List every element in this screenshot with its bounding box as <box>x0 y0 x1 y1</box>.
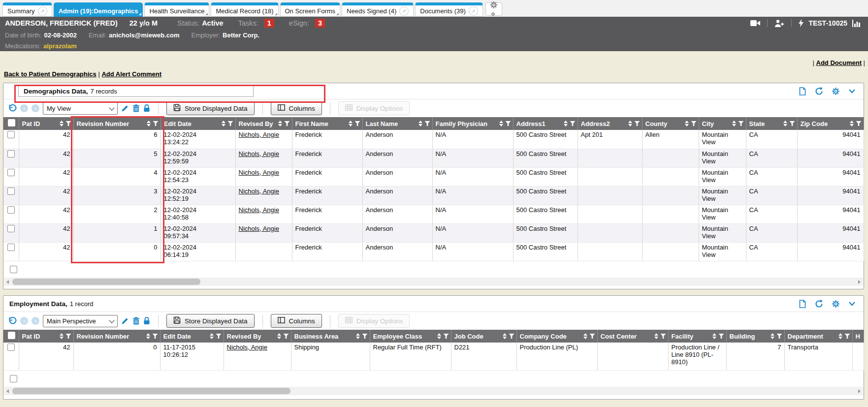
new-document-icon[interactable] <box>799 300 806 308</box>
sort-icon[interactable] <box>418 121 422 126</box>
col-business-area[interactable]: Business Area <box>291 330 370 343</box>
row-checkbox[interactable] <box>7 344 15 351</box>
filter-funnel-icon[interactable] <box>66 121 71 126</box>
sort-icon[interactable] <box>146 333 150 339</box>
add-person-icon[interactable] <box>774 19 784 27</box>
tab-medical-record-18[interactable]: Medical Record (18) <box>211 2 278 17</box>
filter-funnel-icon[interactable] <box>425 121 430 126</box>
edit-view-pencil-icon[interactable] <box>121 104 129 112</box>
col-pat-id[interactable]: Pat ID <box>19 330 73 343</box>
sort-icon[interactable] <box>850 121 854 126</box>
gear-icon[interactable] <box>832 87 840 95</box>
popout-icon[interactable]: ↗ <box>399 6 409 16</box>
scroll-left-arrow[interactable] <box>6 389 9 393</box>
sort-icon[interactable] <box>356 333 360 339</box>
col-edit-date[interactable]: Edit Date <box>161 117 235 130</box>
col-last-name[interactable]: Last Name <box>362 117 432 130</box>
undo-icon[interactable] <box>7 316 17 326</box>
revised-by-link[interactable]: Nichols, Angie <box>235 167 292 186</box>
tab-admin-19-demographics[interactable]: Admin (19):Demographics <box>54 2 143 17</box>
col-employee-class[interactable]: Employee Class <box>370 330 451 343</box>
row-checkbox[interactable] <box>7 244 15 251</box>
filter-funnel-icon[interactable] <box>284 334 289 339</box>
col-job-code[interactable]: Job Code <box>451 330 516 343</box>
filter-funnel-icon[interactable] <box>153 121 159 126</box>
filter-funnel-icon[interactable] <box>790 121 795 126</box>
medications-value[interactable]: alprazolam <box>43 42 77 50</box>
row-checkbox[interactable] <box>7 169 15 176</box>
col-cost-center[interactable]: Cost Center <box>597 330 668 343</box>
row-checkbox[interactable] <box>7 225 15 232</box>
filter-funnel-icon[interactable] <box>739 121 744 126</box>
filter-funnel-icon[interactable] <box>570 121 576 126</box>
row-checkbox[interactable] <box>7 206 15 214</box>
col-revision-number[interactable]: Revision Number <box>73 117 161 130</box>
col-family-physician[interactable]: Family Physician <box>432 117 513 130</box>
new-document-icon[interactable] <box>799 87 806 95</box>
col-revised-by[interactable]: Revised By <box>224 330 291 343</box>
tab-on-screen-forms[interactable]: On Screen Forms <box>280 2 341 17</box>
row-checkbox[interactable] <box>7 131 15 138</box>
sort-icon[interactable] <box>712 333 716 339</box>
filter-funnel-icon[interactable] <box>719 334 724 339</box>
sort-icon[interactable] <box>838 333 842 339</box>
revised-by-link[interactable]: Nichols, Angie <box>235 130 292 149</box>
prev-button[interactable]: ‹ <box>20 317 28 325</box>
sort-icon[interactable] <box>437 333 441 339</box>
view-select[interactable]: Main Perspective <box>43 315 118 327</box>
row-checkbox[interactable] <box>7 150 15 157</box>
sort-icon[interactable] <box>278 121 282 126</box>
tab-documents-39[interactable]: Documents (39)↗ <box>415 2 482 17</box>
scrollbar-thumb[interactable] <box>12 388 290 394</box>
add-document-link[interactable]: Add Document <box>816 59 862 66</box>
scroll-left-arrow[interactable] <box>6 280 9 284</box>
undo-icon[interactable] <box>7 104 17 113</box>
popout-icon[interactable]: ↗ <box>469 6 478 16</box>
revised-by-link[interactable]: Nichols, Angie <box>235 223 292 242</box>
revised-by-link[interactable]: Nichols, Angie <box>235 149 292 167</box>
col-zip-code[interactable]: Zip Code <box>797 117 864 130</box>
row-checkbox[interactable] <box>7 188 15 195</box>
store-displayed-data-button[interactable]: Store Displayed Data <box>166 101 255 115</box>
sort-icon[interactable] <box>628 121 632 126</box>
col-edit-date[interactable]: Edit Date <box>160 330 224 343</box>
refresh-icon[interactable] <box>815 300 823 308</box>
filter-funnel-icon[interactable] <box>444 334 449 339</box>
col-county[interactable]: County <box>642 117 699 130</box>
filter-funnel-icon[interactable] <box>285 121 290 126</box>
sort-icon[interactable] <box>685 121 689 126</box>
back-to-demographics-link[interactable]: Back to Patient Demographics <box>4 70 96 78</box>
col-pat-id[interactable]: Pat ID <box>19 117 73 130</box>
sort-icon[interactable] <box>771 333 774 339</box>
sort-icon[interactable] <box>503 333 507 339</box>
filter-funnel-icon[interactable] <box>661 334 666 339</box>
sort-icon[interactable] <box>277 333 281 339</box>
horizontal-scrollbar[interactable] <box>4 387 863 395</box>
settings-gears-button[interactable] <box>485 2 502 16</box>
lock-view-icon[interactable] <box>143 317 150 325</box>
filter-funnel-icon[interactable] <box>845 334 850 339</box>
col-department[interactable]: Department <box>784 330 852 343</box>
col-city[interactable]: City <box>699 117 746 130</box>
revised-by-link[interactable]: Nichols, Angie <box>235 186 292 205</box>
sort-icon[interactable] <box>222 121 225 126</box>
col-h[interactable]: H <box>852 330 864 343</box>
filter-funnel-icon[interactable] <box>509 334 514 339</box>
delete-view-trash-icon[interactable] <box>132 317 140 325</box>
row-checkbox[interactable] <box>10 375 17 382</box>
scroll-right-arrow[interactable] <box>858 280 861 284</box>
sort-icon[interactable] <box>783 121 787 126</box>
col-company-code[interactable]: Company Code <box>516 330 597 343</box>
filter-funnel-icon[interactable] <box>856 121 862 126</box>
sort-icon[interactable] <box>147 121 151 126</box>
filter-funnel-icon[interactable] <box>691 121 697 126</box>
select-all-checkbox[interactable] <box>8 332 15 339</box>
bar-chart-icon[interactable] <box>852 20 861 27</box>
sort-icon[interactable] <box>349 121 353 126</box>
edit-view-pencil-icon[interactable] <box>121 317 129 325</box>
lock-view-icon[interactable] <box>143 104 150 112</box>
select-all-checkbox[interactable] <box>8 119 15 126</box>
filter-funnel-icon[interactable] <box>228 121 233 126</box>
revised-by-link[interactable]: Nichols, Angie <box>235 205 292 223</box>
next-button[interactable]: › <box>32 104 39 112</box>
